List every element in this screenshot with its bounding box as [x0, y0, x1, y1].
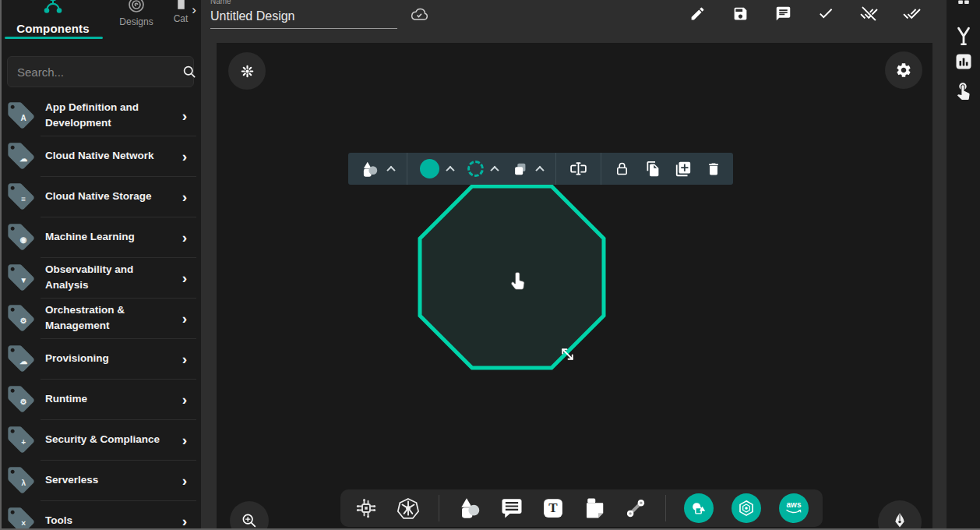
- shape-picker-dropdown[interactable]: [356, 157, 398, 182]
- chart-icon[interactable]: [954, 52, 973, 71]
- sidebar-item-label: Observability and Analysis: [39, 262, 173, 292]
- chevron-right-icon: ›: [173, 352, 187, 366]
- tab-components[interactable]: Components: [3, 0, 103, 35]
- chevron-right-icon: ›: [173, 311, 187, 326]
- copy-button[interactable]: [640, 158, 664, 179]
- sidebar-item-label: Security & Compliance: [39, 432, 173, 447]
- delete-button[interactable]: [702, 159, 725, 179]
- sidebar-item-label: App Definition and Development: [39, 100, 173, 130]
- components-icon: [43, 0, 63, 14]
- divider: [439, 495, 439, 521]
- right-toolbar: [947, 0, 980, 530]
- duplicate-button[interactable]: [671, 158, 696, 180]
- note-tool[interactable]: [583, 496, 606, 520]
- edit-icon[interactable]: [688, 4, 707, 23]
- design-canvas[interactable]: T aws: [217, 43, 932, 530]
- tag-icon: ⚙: [5, 383, 39, 415]
- octagon-shape[interactable]: [418, 184, 606, 370]
- category-list: A App Definition and Development › ☁ Clo…: [0, 95, 201, 530]
- divider: [665, 495, 666, 521]
- canvas-actions-button[interactable]: [228, 52, 266, 90]
- canvas-settings-button[interactable]: [885, 51, 922, 89]
- sidebar-item-observability[interactable]: ▼ Observability and Analysis ›: [0, 257, 201, 298]
- sidebar-item-label: Machine Learning: [39, 229, 173, 245]
- sidebar-item-tools[interactable]: × Tools ›: [0, 500, 201, 530]
- chevron-right-icon: ›: [173, 433, 187, 447]
- rename-icon: [569, 159, 588, 178]
- name-field-label: Name: [210, 0, 231, 5]
- tool-dock: T aws: [340, 489, 823, 527]
- sidebar-item-label: Serverless: [39, 472, 173, 488]
- shapes-tool[interactable]: [457, 496, 482, 521]
- design-name-input[interactable]: [210, 8, 397, 29]
- search-input[interactable]: [8, 65, 182, 79]
- sidebar-item-provisioning[interactable]: ☁ Provisioning ›: [0, 338, 201, 379]
- undeploy-icon[interactable]: [859, 4, 878, 23]
- meshery-shapes-button[interactable]: [684, 493, 714, 523]
- tag-icon: ◉: [5, 221, 39, 253]
- chevron-right-icon: ›: [173, 514, 187, 528]
- tag-icon: ☁: [5, 140, 39, 172]
- zoom-in-icon: [241, 512, 258, 529]
- sidebar-item-cloud-native-storage[interactable]: ≡ Cloud Native Storage ›: [0, 176, 201, 217]
- kubernetes-models-button[interactable]: [731, 493, 761, 523]
- tab-scroll-chevron-icon[interactable]: ›: [192, 3, 196, 16]
- tag-icon: ▼: [5, 261, 39, 294]
- sidebar-item-machine-learning[interactable]: ◉ Machine Learning ›: [0, 217, 201, 257]
- sidebar-item-label: Provisioning: [39, 351, 173, 366]
- lock-button[interactable]: [610, 158, 634, 179]
- sidebar-item-runtime[interactable]: ⚙ Runtime ›: [0, 379, 201, 419]
- touch-icon[interactable]: [954, 80, 973, 100]
- aws-label: aws: [787, 501, 802, 509]
- sidebar-item-serverless[interactable]: λ Serverless ›: [0, 460, 201, 500]
- save-icon[interactable]: [731, 4, 749, 23]
- tab-catalog[interactable]: Cat: [167, 0, 195, 24]
- tab-catalog-label: Cat: [174, 13, 189, 24]
- arrange-dropdown[interactable]: [508, 158, 547, 180]
- sidebar-item-orchestration[interactable]: ⚙ Orchestration & Management ›: [0, 298, 201, 338]
- zoom-button[interactable]: [230, 501, 269, 530]
- rename-button[interactable]: [565, 157, 592, 181]
- validator-y-icon[interactable]: [954, 26, 974, 48]
- comment-tool[interactable]: [500, 496, 523, 520]
- comment-icon[interactable]: [774, 4, 792, 23]
- catalog-icon: [174, 0, 188, 10]
- search-icon[interactable]: [182, 64, 197, 80]
- chevron-up-icon: [490, 165, 499, 174]
- text-tool-glyph: T: [548, 500, 557, 516]
- add-copy-icon: [675, 161, 692, 178]
- components-sidebar: Components Designs Cat ›: [0, 0, 201, 530]
- component-search: [7, 56, 194, 87]
- aws-models-button[interactable]: aws: [779, 493, 809, 523]
- text-tool[interactable]: T: [541, 496, 565, 520]
- sidebar-item-label: Cloud Native Storage: [39, 189, 173, 204]
- chevron-right-icon: ›: [173, 473, 187, 488]
- edge-tool[interactable]: [624, 496, 647, 520]
- kubernetes-tool[interactable]: [396, 496, 421, 521]
- copy-icon: [644, 161, 661, 177]
- fill-color-dropdown[interactable]: [416, 157, 457, 181]
- gear-icon: [895, 62, 912, 79]
- pen-tool-button[interactable]: [878, 500, 922, 530]
- sidebar-item-cloud-native-network[interactable]: ☁ Cloud Native Network ›: [0, 136, 201, 176]
- sidebar-item-app-definition[interactable]: A App Definition and Development ›: [0, 95, 201, 136]
- grid-icon[interactable]: [957, 0, 971, 5]
- sidebar-item-security[interactable]: + Security & Compliance ›: [0, 419, 201, 460]
- chevron-up-icon: [386, 165, 395, 174]
- component-tool[interactable]: [354, 496, 378, 520]
- tab-designs[interactable]: Designs: [112, 0, 160, 27]
- divider: [555, 153, 556, 185]
- shape-context-toolbar: [348, 153, 733, 185]
- sidebar-item-label: Orchestration & Management: [39, 302, 173, 333]
- tag-icon: ≡: [5, 180, 39, 213]
- tag-icon: +: [5, 423, 39, 456]
- tag-icon: λ: [5, 464, 39, 496]
- validate-check-icon[interactable]: [816, 4, 835, 23]
- cloud-saved-icon: [409, 6, 429, 23]
- deploy-icon[interactable]: [902, 4, 921, 23]
- border-style-dropdown[interactable]: [464, 158, 502, 179]
- tag-icon: ×: [5, 504, 39, 530]
- shapes-icon: [360, 159, 380, 179]
- dashed-border-icon: [467, 161, 484, 177]
- chevron-right-icon: ›: [173, 108, 187, 123]
